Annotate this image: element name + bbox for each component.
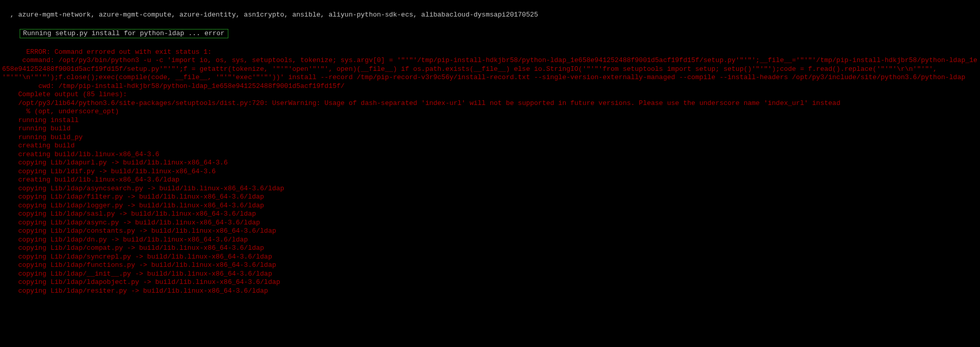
terminal-line: /opt/py3/lib64/python3.6/site-packages/s…	[2, 99, 841, 107]
package-list-line: , azure-mgmt-network, azure-mgmt-compute…	[10, 11, 538, 19]
terminal-line: copying Lib/ldif.py -> build/lib.linux-x…	[2, 168, 215, 175]
terminal-line: % (opt, underscore_opt)	[2, 108, 119, 115]
terminal-line: copying Lib/ldap/__init__.py -> build/li…	[2, 270, 272, 278]
terminal-line: creating build	[2, 142, 74, 149]
terminal-line: copying Lib/ldap/functions.py -> build/l…	[2, 261, 276, 269]
terminal-line: copying Lib/ldap/constants.py -> build/l…	[2, 227, 276, 235]
highlighted-status-box: Running setup.py install for python-ldap…	[20, 29, 228, 39]
terminal-output[interactable]: , azure-mgmt-network, azure-mgmt-compute…	[0, 0, 980, 297]
terminal-line: ERROR: Command errored out with exit sta…	[10, 48, 212, 56]
terminal-line: running build	[2, 125, 71, 132]
terminal-line: running build_py	[2, 133, 83, 141]
terminal-line: creating build/lib.linux-x86_64-3.6	[2, 150, 159, 158]
terminal-line: copying Lib/ldap/filter.py -> build/lib.…	[2, 193, 264, 201]
terminal-line: running install	[2, 116, 79, 124]
terminal-line: copying Lib/ldap/sasl.py -> build/lib.li…	[2, 210, 256, 218]
terminal-line: copying Lib/ldap/syncrepl.py -> build/li…	[2, 253, 272, 261]
terminal-line: copying Lib/ldap/async.py -> build/lib.l…	[2, 219, 260, 227]
terminal-line: copying Lib/ldap/dn.py -> build/lib.linu…	[2, 236, 248, 244]
terminal-line: copying Lib/ldap/logger.py -> build/lib.…	[2, 202, 264, 209]
terminal-line: copying Lib/ldap/resiter.py -> build/lib…	[2, 287, 268, 295]
terminal-line: copying Lib/ldap/asyncsearch.py -> build…	[2, 185, 284, 192]
highlighted-status-text: Running setup.py install for python-ldap…	[23, 29, 225, 37]
terminal-line: command: /opt/py3/bin/python3 -u -c 'imp…	[2, 56, 977, 81]
terminal-line: cwd: /tmp/pip-install-hdkjbr58/python-ld…	[2, 82, 345, 90]
error-output-block: ERROR: Command errored out with exit sta…	[2, 48, 977, 295]
terminal-line: creating build/lib.linux-x86_64-3.6/ldap	[2, 176, 179, 184]
terminal-line: copying Lib/ldapurl.py -> build/lib.linu…	[2, 159, 228, 167]
terminal-line: copying Lib/ldap/ldapobject.py -> build/…	[2, 278, 280, 286]
terminal-line: Complete output (85 lines):	[2, 90, 127, 98]
terminal-line: copying Lib/ldap/compat.py -> build/lib.…	[2, 244, 264, 252]
